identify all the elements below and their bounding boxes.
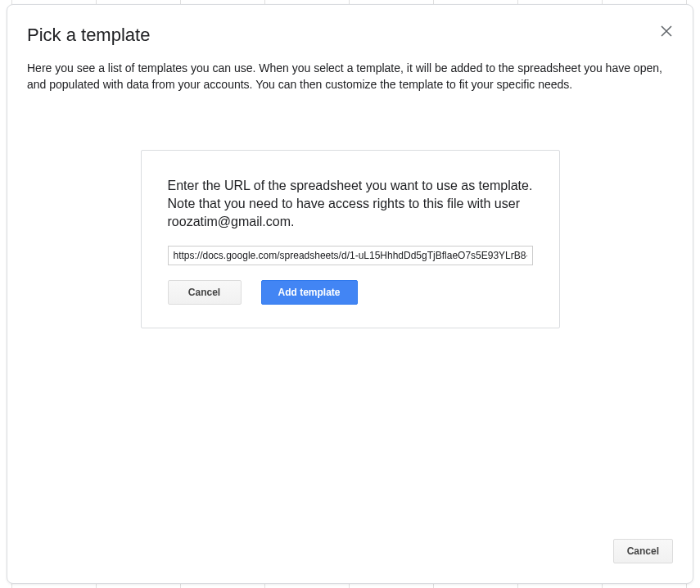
button-row: Cancel Add template	[168, 280, 533, 305]
template-instruction: Enter the URL of the spreadsheet you wan…	[168, 177, 533, 231]
cancel-button[interactable]: Cancel	[168, 280, 242, 305]
content-area: Enter the URL of the spreadsheet you wan…	[27, 93, 673, 532]
modal-title: Pick a template	[27, 25, 150, 46]
footer-cancel-button[interactable]: Cancel	[613, 539, 673, 563]
modal-description: Here you see a list of templates you can…	[27, 61, 673, 93]
close-icon[interactable]	[657, 21, 676, 41]
modal-header: Pick a template	[27, 25, 673, 46]
url-input[interactable]	[168, 246, 533, 265]
template-form: Enter the URL of the spreadsheet you wan…	[141, 150, 560, 328]
pick-template-modal: Pick a template Here you see a list of t…	[7, 4, 693, 584]
add-template-button[interactable]: Add template	[261, 280, 358, 305]
x-icon	[661, 25, 672, 37]
modal-footer: Cancel	[27, 532, 673, 563]
